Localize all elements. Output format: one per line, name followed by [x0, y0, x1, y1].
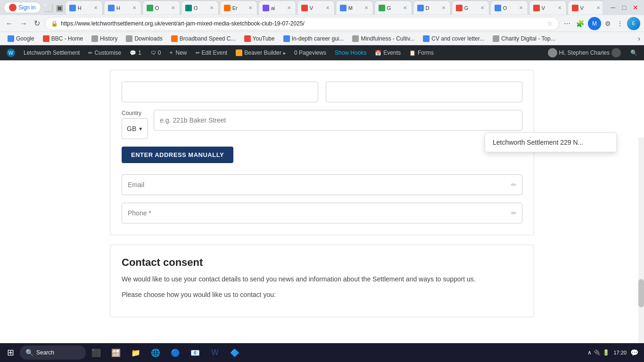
taskbar-chrome[interactable]: 🔵 — [166, 343, 185, 362]
taskbar-edge[interactable]: 🌐 — [146, 343, 165, 362]
bookmark-item[interactable]: YouTube — [240, 34, 279, 43]
browser-tab-t3[interactable]: O ✕ — [142, 0, 180, 15]
address-star-icon[interactable]: ☆ — [547, 20, 553, 27]
tab-close-button[interactable]: ✕ — [93, 4, 99, 11]
tab-close-button[interactable]: ✕ — [518, 4, 524, 11]
browser-tab-t12[interactable]: O ✕ — [490, 0, 528, 15]
signin-button[interactable]: Sign in — [4, 2, 41, 13]
tab-groups-icon[interactable]: ▣ — [56, 3, 63, 12]
tab-close-button[interactable]: ✕ — [402, 4, 408, 11]
tab-close-button[interactable]: ✕ — [325, 4, 330, 11]
profile-icon[interactable]: ⋮ — [615, 18, 625, 29]
tray-up-icon[interactable]: ∧ — [587, 349, 592, 356]
autocomplete-item[interactable]: Letchworth Settlement 229 N... — [485, 133, 616, 152]
bookmark-item[interactable]: In-depth career gui... — [280, 34, 348, 43]
more-options-icon[interactable]: ⋯ — [562, 18, 572, 29]
browser-tab-t1[interactable]: H ✕ — [65, 0, 103, 15]
browser-tab-t4[interactable]: O ✕ — [181, 0, 219, 15]
wp-show-hooks[interactable]: Show Hooks — [331, 48, 370, 58]
wp-forms[interactable]: 📋 Forms — [405, 48, 438, 58]
browser-tab-t13[interactable]: V ✕ — [529, 0, 567, 15]
bookmarks-more-button[interactable]: › — [638, 34, 640, 43]
minimize-button[interactable]: ─ — [608, 3, 618, 12]
email-input[interactable] — [122, 174, 522, 195]
taskbar-word[interactable]: W — [206, 343, 224, 362]
wp-comment-pending[interactable]: 🗨 0 — [147, 48, 165, 58]
tab-close-button[interactable]: ✕ — [557, 4, 562, 11]
bookmark-item[interactable]: CV and cover letter... — [419, 34, 488, 43]
close-button[interactable]: ✕ — [631, 3, 640, 12]
tab-label: O — [194, 5, 207, 11]
bookmark-item[interactable]: Mindfulness - Cultiv... — [348, 34, 418, 43]
start-button[interactable]: ⊞ — [2, 344, 19, 361]
bookmark-label: Google — [16, 35, 34, 42]
browser-tab-t11[interactable]: G ✕ — [452, 0, 489, 15]
last-name-input[interactable] — [326, 82, 522, 102]
back-button[interactable]: ← — [4, 17, 15, 30]
maximize-button[interactable]: □ — [619, 3, 629, 12]
battery-icon[interactable]: 🔋 — [603, 349, 610, 356]
taskbar-app[interactable]: 🔷 — [225, 343, 244, 362]
taskbar-task-view[interactable]: ⬛ — [87, 343, 106, 362]
tab-close-button[interactable]: ✕ — [132, 4, 137, 11]
edge-menu-icon[interactable]: E — [627, 17, 640, 30]
browser-tab-t10[interactable]: D ✕ — [413, 0, 451, 15]
bookmark-item[interactable]: BBC - Home — [39, 34, 87, 43]
wp-site-name[interactable]: Letchworth Settlement — [20, 48, 83, 58]
taskbar-time[interactable]: 17:20 — [613, 350, 627, 355]
tab-close-button[interactable]: ✕ — [363, 4, 369, 11]
taskbar-folder[interactable]: 📁 — [126, 343, 145, 362]
country-select[interactable]: GB ▼ — [122, 118, 148, 139]
extensions-icon[interactable]: 🧩 — [574, 18, 586, 29]
enter-address-button[interactable]: ENTER ADDRESS MANUALLY — [122, 147, 233, 163]
wp-new[interactable]: + New — [165, 48, 190, 58]
downloads-icon[interactable]: M — [588, 17, 601, 30]
taskbar-search[interactable]: 🔍 Search — [20, 346, 86, 360]
tab-close-button[interactable]: ✕ — [248, 4, 253, 11]
browser-tab-t2[interactable]: H ✕ — [104, 0, 141, 15]
first-name-input[interactable] — [122, 82, 318, 102]
bookmark-item[interactable]: Broadband Speed C... — [167, 34, 239, 43]
refresh-button[interactable]: ↻ — [32, 17, 42, 30]
address-find-input[interactable] — [154, 110, 522, 131]
tab-close-button[interactable]: ✕ — [595, 4, 601, 11]
browser-tab-t8[interactable]: M ✕ — [336, 0, 373, 15]
scrollbar[interactable] — [638, 138, 644, 345]
taskbar-mail[interactable]: 📧 — [186, 343, 205, 362]
forward-button[interactable]: → — [18, 17, 29, 30]
bookmark-item[interactable]: Google — [4, 34, 38, 43]
wp-comments[interactable]: 💬 1 — [126, 48, 146, 58]
browser-tab-t14[interactable]: V ✕ — [568, 0, 603, 15]
name-row — [122, 82, 522, 102]
browser-tab-t9[interactable]: G ✕ — [374, 0, 412, 15]
bookmark-item[interactable]: Charity Digital - Top... — [489, 34, 559, 43]
bookmark-item[interactable]: History — [88, 34, 121, 43]
tab-close-button[interactable]: ✕ — [286, 4, 292, 11]
settings-icon[interactable]: ⚙ — [603, 18, 613, 29]
browser-tab-t6[interactable]: ai ✕ — [258, 0, 296, 15]
tab-close-button[interactable]: ✕ — [479, 4, 485, 11]
wp-beaver-builder[interactable]: Beaver Builder ▸ — [232, 48, 289, 58]
tab-close-button[interactable]: ✕ — [441, 4, 446, 11]
network-icon[interactable]: 🔌 — [594, 349, 601, 356]
scrollbar-thumb[interactable] — [638, 279, 644, 307]
window-controls: ─ □ ✕ — [608, 3, 640, 12]
wp-search-icon[interactable]: 🔍 — [627, 48, 641, 58]
navigation-bar: ← → ↻ 🔒 https://www.letchworthsettlement… — [0, 15, 644, 32]
wp-edit-event[interactable]: ✏ Edit Event — [192, 48, 231, 58]
notification-icon[interactable]: 💬 — [630, 349, 638, 356]
phone-input[interactable] — [122, 203, 522, 223]
taskbar-windows-icon[interactable]: 🪟 — [107, 343, 125, 362]
browser-tab-t5[interactable]: Er ✕ — [220, 0, 257, 15]
wp-logo-item[interactable]: W — [3, 47, 19, 59]
wp-events[interactable]: 📅 Events — [371, 48, 405, 58]
tab-thumbnails-icon[interactable]: ⬜ — [44, 3, 53, 12]
wp-user-profile[interactable]: Hi, Stephen Charles — [544, 46, 625, 59]
wp-pageviews[interactable]: 0 Pageviews — [290, 48, 330, 58]
tab-close-button[interactable]: ✕ — [170, 4, 176, 11]
browser-tab-t7[interactable]: V ✕ — [297, 0, 335, 15]
tab-close-button[interactable]: ✕ — [209, 4, 215, 11]
bookmark-item[interactable]: Downloads — [122, 34, 166, 43]
wp-customise[interactable]: ✏ Customise — [84, 48, 125, 58]
address-bar[interactable]: 🔒 https://www.letchworthsettlement.org.u… — [45, 17, 559, 30]
